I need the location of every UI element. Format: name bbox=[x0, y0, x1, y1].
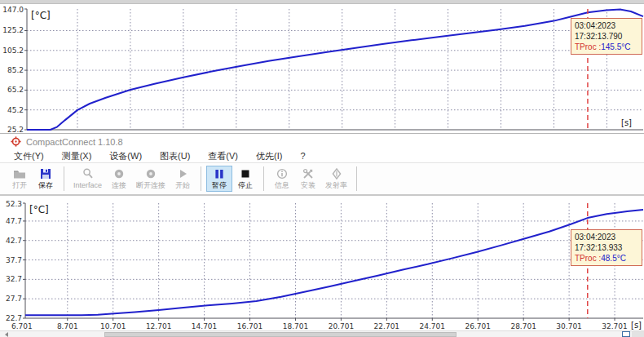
svg-text:[°C]: [°C] bbox=[29, 204, 49, 215]
svg-text:85.2: 85.2 bbox=[7, 66, 24, 74]
toolbar: 打开保存Interface连接断开连接开始暂停停止信息安装发射率 bbox=[0, 163, 644, 196]
tooltip-value: 145.5°C bbox=[601, 42, 630, 51]
top-chart-panel: 147.0125.2105.285.265.245.225.2[s][°C] 0… bbox=[0, 4, 644, 133]
open-folder-icon bbox=[13, 167, 26, 180]
toolbar-stop-button[interactable]: 停止 bbox=[232, 166, 258, 192]
svg-text:10.701: 10.701 bbox=[100, 322, 126, 330]
svg-text:27.7: 27.7 bbox=[6, 295, 22, 303]
svg-text:37.7: 37.7 bbox=[6, 256, 22, 264]
toolbar-save-button[interactable]: 保存 bbox=[33, 166, 59, 192]
menu-item-file[interactable]: 文件(Y) bbox=[5, 150, 53, 162]
menu-item-view[interactable]: 查看(V) bbox=[199, 150, 247, 162]
toolbar-button-label: 打开 bbox=[12, 181, 27, 189]
svg-text:47.7: 47.7 bbox=[6, 217, 22, 225]
toolbar-disconnect-button[interactable]: 断开连接 bbox=[132, 166, 170, 192]
process-temperature-chart-bottom[interactable]: 52.347.742.737.732.727.722.76.7018.70110… bbox=[0, 196, 644, 330]
target-crosshair-icon bbox=[11, 135, 21, 149]
svg-text:26.701: 26.701 bbox=[465, 322, 491, 330]
stop-icon bbox=[239, 167, 252, 180]
svg-text:52.3: 52.3 bbox=[6, 200, 22, 208]
toolbar-separator bbox=[201, 166, 201, 191]
toolbar-button-label: 断开连接 bbox=[136, 181, 165, 189]
toolbar-start-button[interactable]: 开始 bbox=[170, 166, 196, 192]
svg-text:30.701: 30.701 bbox=[556, 322, 582, 330]
menu-item-chart[interactable]: 图表(U) bbox=[151, 150, 199, 162]
toolbar-emissivity-button[interactable]: 发射率 bbox=[321, 166, 351, 192]
horizontal-scrollbar[interactable] bbox=[0, 330, 644, 337]
scroll-left-arrow-icon[interactable] bbox=[5, 332, 8, 337]
svg-text:14.701: 14.701 bbox=[192, 322, 218, 330]
tooltip-date: 03:04:2023 bbox=[575, 232, 638, 242]
svg-text:28.701: 28.701 bbox=[510, 322, 536, 330]
svg-text:6.701: 6.701 bbox=[11, 322, 33, 330]
toolbar-info-button[interactable]: 信息 bbox=[269, 166, 295, 192]
scrollbar-corner-grip bbox=[632, 331, 644, 337]
tooltip-value: 48.5°C bbox=[601, 254, 626, 263]
pause-icon bbox=[213, 167, 226, 180]
svg-text:8.701: 8.701 bbox=[57, 322, 78, 330]
svg-text:45.2: 45.2 bbox=[7, 106, 24, 114]
menu-item-help[interactable]: ? bbox=[291, 151, 314, 161]
emissivity-diamond-icon bbox=[330, 167, 343, 180]
start-play-icon bbox=[176, 167, 189, 180]
toolbar-button-label: 开始 bbox=[175, 181, 190, 189]
svg-text:[°C]: [°C] bbox=[31, 10, 51, 21]
svg-text:18.701: 18.701 bbox=[283, 322, 309, 330]
svg-text:[s]: [s] bbox=[631, 321, 642, 330]
svg-text:12.701: 12.701 bbox=[146, 322, 172, 330]
process-temperature-chart-top[interactable]: 147.0125.2105.285.265.245.225.2[s][°C] bbox=[0, 4, 644, 133]
menu-bar: 文件(Y)测量(X)设备(W)图表(U)查看(V)优先(I)? bbox=[0, 149, 644, 163]
toolbar-interface-button[interactable]: Interface bbox=[69, 166, 106, 192]
save-floppy-icon bbox=[39, 167, 52, 180]
tooltip-time: 17:32:13.933 bbox=[575, 242, 638, 253]
toolbar-connect-button[interactable]: 连接 bbox=[106, 166, 132, 192]
svg-text:22.701: 22.701 bbox=[374, 322, 400, 330]
svg-text:24.701: 24.701 bbox=[420, 322, 446, 330]
bottom-chart-panel: 52.347.742.737.732.727.722.76.7018.70110… bbox=[0, 196, 644, 330]
setup-tools-icon bbox=[302, 167, 315, 180]
toolbar-pause-button[interactable]: 暂停 bbox=[206, 166, 232, 192]
toolbar-button-label: 暂停 bbox=[212, 181, 227, 189]
scroll-right-button[interactable] bbox=[622, 331, 630, 337]
toolbar-separator bbox=[356, 166, 357, 191]
tooltip-time: 17:32:13.790 bbox=[575, 31, 638, 42]
toolbar-separator bbox=[263, 166, 264, 191]
toolbar-separator bbox=[64, 166, 64, 191]
svg-text:[s]: [s] bbox=[621, 118, 632, 127]
toolbar-setup-button[interactable]: 安装 bbox=[295, 166, 321, 192]
title-bar: CompactConnect 1.10.8 bbox=[0, 134, 644, 149]
toolbar-button-label: 保存 bbox=[38, 181, 53, 189]
tooltip-param: TProc bbox=[575, 42, 597, 51]
toolbar-button-label: 信息 bbox=[275, 181, 289, 189]
svg-text:22.7: 22.7 bbox=[6, 314, 22, 322]
toolbar-button-label: 连接 bbox=[112, 181, 126, 189]
svg-text:147.0: 147.0 bbox=[2, 6, 24, 14]
toolbar-button-label: 安装 bbox=[301, 181, 315, 189]
menu-item-preferences[interactable]: 优先(I) bbox=[247, 150, 291, 162]
cursor-tooltip-bottom: 03:04:2023 17:32:13.933 TProc :48.5°C bbox=[571, 229, 642, 266]
svg-text:25.2: 25.2 bbox=[7, 126, 24, 133]
svg-text:42.7: 42.7 bbox=[6, 237, 22, 245]
toolbar-button-label: Interface bbox=[73, 181, 102, 189]
svg-text:65.2: 65.2 bbox=[7, 86, 24, 94]
window-title: CompactConnect 1.10.8 bbox=[26, 137, 123, 147]
scrollbar-thumb[interactable] bbox=[104, 332, 457, 337]
info-icon bbox=[276, 167, 289, 180]
menu-item-device[interactable]: 设备(W) bbox=[100, 150, 151, 162]
toolbar-open-button[interactable]: 打开 bbox=[7, 166, 33, 192]
cursor-tooltip-top: 03:04:2023 17:32:13.790 TProc :145.5°C bbox=[571, 18, 642, 55]
svg-text:32.701: 32.701 bbox=[602, 322, 628, 330]
toolbar-button-label: 停止 bbox=[238, 181, 253, 189]
toolbar-button-label: 发射率 bbox=[325, 181, 347, 189]
tooltip-reading: TProc :48.5°C bbox=[575, 253, 638, 264]
svg-text:20.701: 20.701 bbox=[329, 322, 355, 330]
connect-icon bbox=[112, 167, 126, 180]
svg-text:105.2: 105.2 bbox=[2, 47, 24, 55]
application-window-header: CompactConnect 1.10.8 文件(Y)测量(X)设备(W)图表(… bbox=[0, 133, 644, 196]
tooltip-reading: TProc :145.5°C bbox=[575, 42, 638, 52]
tooltip-date: 03:04:2023 bbox=[575, 20, 638, 31]
menu-item-measure[interactable]: 测量(X) bbox=[53, 150, 101, 162]
interface-magnifier-icon bbox=[82, 167, 95, 180]
tooltip-param: TProc bbox=[575, 254, 597, 263]
disconnect-icon bbox=[144, 167, 157, 180]
